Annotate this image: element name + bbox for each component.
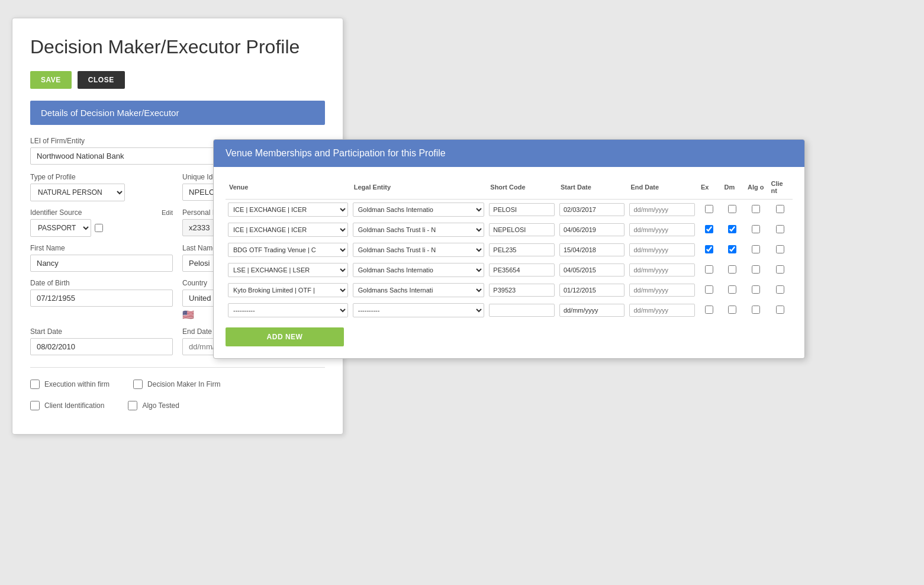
dob-label: Date of Birth [30,279,173,287]
client-checkbox-4[interactable] [776,285,784,294]
dm-checkbox-1[interactable] [728,225,736,233]
first-name-group: First Name [30,244,173,272]
end-date-input-3[interactable] [629,263,695,277]
venue-header: Venue Memberships and Participation for … [214,140,804,167]
table-row: ICE | EXCHANGE | ICERGoldman Sachs Inter… [226,200,793,220]
id-source-select[interactable]: PASSPORT [30,219,91,237]
entity-select-5[interactable]: ---------- [353,303,485,317]
end-date-input-4[interactable] [629,284,695,297]
venue-modal: Venue Memberships and Participation for … [213,139,805,359]
end-date-input-2[interactable] [629,243,695,256]
alg-checkbox-3[interactable] [752,265,760,274]
algo-tested-checkbox-group: Algo Tested [128,401,179,410]
dm-checkbox-4[interactable] [728,285,736,294]
short-code-input-2[interactable] [489,243,555,256]
ex-checkbox-0[interactable] [705,205,713,213]
start-date-group: Start Date [30,327,173,355]
th-client: Clie nt [768,176,793,200]
th-dm: Dm [721,176,745,200]
dm-checkbox-5[interactable] [728,306,736,314]
short-code-input-1[interactable] [489,223,555,236]
end-date-input-5[interactable] [629,304,695,317]
th-end-date: End Date [627,176,697,200]
alg-checkbox-2[interactable] [752,245,760,253]
save-button[interactable]: SAVE [30,71,72,89]
th-alg: Alg o [744,176,768,200]
client-checkbox-3[interactable] [776,265,784,274]
dm-checkbox-0[interactable] [728,205,736,213]
close-button[interactable]: CLOSE [78,71,125,89]
page-title: Decision Maker/Executor Profile [30,36,325,58]
dm-checkbox-2[interactable] [728,245,736,253]
start-date-input-3[interactable] [559,263,625,277]
entity-select-1[interactable]: Goldman Sachs Trust li - N [353,223,485,237]
start-date-input-2[interactable] [559,243,625,256]
decision-maker-checkbox[interactable] [133,380,143,389]
dob-input[interactable] [30,290,173,307]
ex-checkbox-1[interactable] [705,225,713,233]
venue-select-2[interactable]: BDG OTF Trading Venue | C [228,243,348,257]
start-date-input[interactable] [30,338,173,355]
client-id-checkbox[interactable] [30,401,40,410]
start-date-label: Start Date [30,327,173,336]
first-name-input[interactable] [30,255,173,272]
dm-checkbox-3[interactable] [728,265,736,274]
th-short-code: Short Code [487,176,557,200]
add-new-button[interactable]: ADD NEW [226,327,344,346]
venue-select-0[interactable]: ICE | EXCHANGE | ICER [228,202,348,217]
venue-select-4[interactable]: Kyto Broking Limited | OTF | [228,283,348,297]
entity-select-0[interactable]: Goldman Sachs Internatio [353,202,485,217]
ex-checkbox-2[interactable] [705,245,713,253]
decision-maker-label: Decision Maker In Firm [147,380,220,388]
short-code-input-4[interactable] [489,284,555,297]
th-entity: Legal Entity [350,176,487,200]
short-code-input-5[interactable] [489,304,555,317]
edit-link[interactable]: Edit [162,209,173,216]
short-code-input-0[interactable] [489,203,555,216]
venue-select-3[interactable]: LSE | EXCHANGE | LSER [228,263,348,277]
first-name-label: First Name [30,244,173,252]
alg-checkbox-1[interactable] [752,225,760,233]
execution-label: Execution within firm [44,380,110,388]
client-checkbox-5[interactable] [776,306,784,314]
ex-checkbox-5[interactable] [705,306,713,314]
venue-select-5[interactable]: ---------- [228,303,348,317]
algo-tested-checkbox[interactable] [128,401,137,410]
start-date-input-4[interactable] [559,284,625,297]
end-date-input-0[interactable] [629,203,695,216]
end-date-input-1[interactable] [629,223,695,236]
dob-group: Date of Birth [30,279,173,320]
divider [30,367,325,368]
start-date-input-0[interactable] [559,203,625,216]
checkboxes-row2: Client Identification Algo Tested [30,401,325,410]
execution-checkbox-group: Execution within firm [30,380,110,389]
alg-checkbox-0[interactable] [752,205,760,213]
client-id-label: Client Identification [44,401,104,410]
client-checkbox-2[interactable] [776,245,784,253]
type-label: Type of Profile [30,173,173,181]
table-row: -------------------- [226,300,793,320]
short-code-input-3[interactable] [489,263,555,277]
start-date-input-1[interactable] [559,223,625,236]
venue-body: Venue Legal Entity Short Code Start Date… [214,167,804,358]
entity-select-3[interactable]: Goldman Sachs Internatio [353,263,485,277]
checkboxes-row1: Execution within firm Decision Maker In … [30,380,325,389]
id-source-label: Identifier Source [30,208,82,217]
client-checkbox-1[interactable] [776,225,784,233]
alg-checkbox-4[interactable] [752,285,760,294]
ex-checkbox-3[interactable] [705,265,713,274]
entity-select-4[interactable]: Goldmans Sachs Internati [353,283,485,297]
ex-checkbox-4[interactable] [705,285,713,294]
table-row: BDG OTF Trading Venue | CGoldman Sachs T… [226,240,793,260]
alg-checkbox-5[interactable] [752,306,760,314]
table-row: Kyto Broking Limited | OTF |Goldmans Sac… [226,280,793,300]
type-select[interactable]: NATURAL PERSON [30,184,125,201]
venue-table: Venue Legal Entity Short Code Start Date… [226,176,793,320]
id-source-checkbox[interactable] [95,224,103,232]
execution-checkbox[interactable] [30,380,40,389]
venue-select-1[interactable]: ICE | EXCHANGE | ICER [228,223,348,237]
th-venue: Venue [226,176,350,200]
entity-select-2[interactable]: Goldman Sachs Trust li - N [353,243,485,257]
client-checkbox-0[interactable] [776,205,784,213]
start-date-input-5[interactable] [559,304,625,317]
